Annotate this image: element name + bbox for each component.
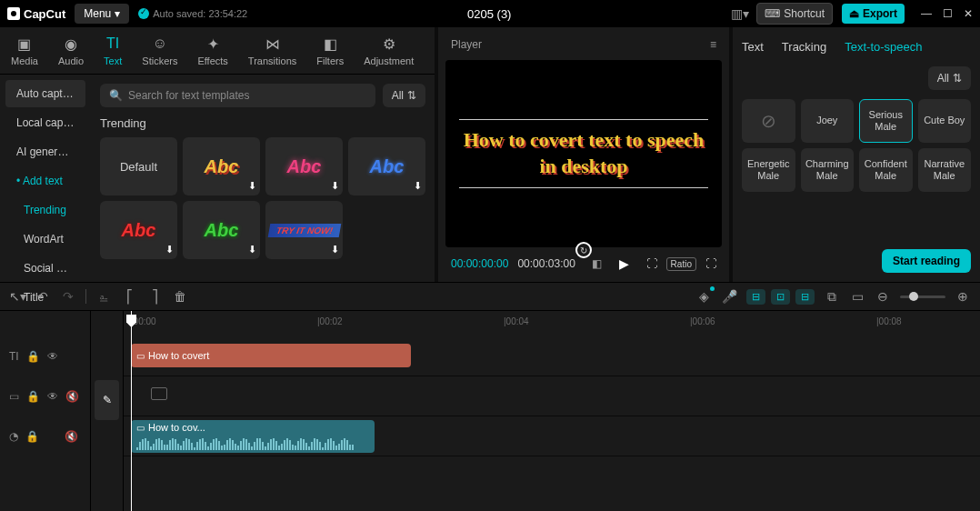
- download-icon[interactable]: ⬇: [414, 180, 422, 192]
- start-reading-button[interactable]: Start reading: [882, 249, 971, 273]
- text-track[interactable]: ▭ How to covert: [124, 336, 980, 376]
- layout-icon[interactable]: ▥▾: [731, 6, 747, 21]
- eye-icon[interactable]: 👁: [47, 350, 58, 363]
- download-icon[interactable]: ⬇: [248, 244, 256, 256]
- zoom-in-icon[interactable]: ⊕: [955, 289, 971, 304]
- template-item[interactable]: Abc⬇: [183, 201, 260, 259]
- timeline-ruler[interactable]: |00:00|00:02|00:04|00:06|00:08: [124, 311, 980, 336]
- inspector-tab[interactable]: Text: [742, 40, 764, 54]
- snap-center-button[interactable]: ⊡: [771, 289, 790, 305]
- delete-icon[interactable]: 🗑: [172, 289, 188, 304]
- mic-icon[interactable]: 🎤: [721, 289, 737, 304]
- asset-tab-text[interactable]: TIText: [100, 33, 125, 68]
- sidebar-item[interactable]: Add text: [5, 167, 85, 195]
- close-button[interactable]: ✕: [964, 7, 973, 20]
- sidebar-item[interactable]: WordArt: [5, 225, 85, 253]
- minimize-button[interactable]: —: [921, 7, 932, 20]
- audio-clip[interactable]: ▭ How to cov...: [131, 420, 375, 453]
- video-track[interactable]: [124, 376, 980, 416]
- voice-option[interactable]: Charming Male: [801, 148, 855, 192]
- shortcut-button[interactable]: ⌨ Shortcut: [756, 3, 833, 25]
- trim-right-icon[interactable]: ⎤: [146, 289, 163, 304]
- play-button[interactable]: ▶: [619, 256, 629, 271]
- link-icon[interactable]: ⧉: [824, 289, 840, 305]
- template-item[interactable]: Abc⬇: [348, 137, 425, 195]
- lock-icon[interactable]: 🔒: [26, 390, 40, 403]
- asset-tab-stickers[interactable]: ☺Stickers: [138, 33, 181, 68]
- lock-icon[interactable]: 🔒: [25, 430, 39, 443]
- search-input[interactable]: 🔍 Search for text templates: [100, 84, 375, 107]
- download-icon[interactable]: ⬇: [331, 244, 339, 256]
- effects-icon[interactable]: ◈: [695, 289, 712, 304]
- asset-tab-effects[interactable]: ✦Effects: [194, 33, 231, 68]
- download-icon[interactable]: ⬇: [248, 180, 256, 192]
- lock-icon[interactable]: 🔒: [26, 350, 40, 363]
- sidebar-item[interactable]: Social media: [5, 255, 85, 282]
- asset-tab-adjustment[interactable]: ⚙Adjustment: [360, 33, 417, 68]
- audio-track[interactable]: ▭ How to cov...: [124, 416, 980, 456]
- track-edit-3[interactable]: [91, 424, 123, 464]
- track-edit-2[interactable]: ✎: [95, 380, 119, 420]
- filter-button[interactable]: All ⇅: [383, 84, 425, 107]
- voice-option[interactable]: Energetic Male: [742, 148, 795, 192]
- template-item[interactable]: Abc⬇: [183, 137, 260, 195]
- export-button[interactable]: ⏏ Export: [842, 4, 905, 24]
- volume-icon[interactable]: ◧: [592, 257, 602, 270]
- fullscreen-icon[interactable]: ⛶: [705, 257, 716, 270]
- inspector-tab[interactable]: Text-to-speech: [845, 40, 922, 54]
- redo-button[interactable]: ↷: [60, 289, 76, 304]
- asset-tab-filters[interactable]: ◧Filters: [313, 33, 347, 68]
- video-placeholder[interactable]: [151, 387, 167, 400]
- crop-icon[interactable]: ⛶: [646, 257, 657, 270]
- sidebar-item[interactable]: Trending: [5, 196, 85, 224]
- asset-tab-transitions[interactable]: ⋈Transitions: [245, 33, 300, 68]
- preview-textbox[interactable]: How to covert text to speech in desktop: [459, 119, 708, 187]
- asset-tab-media[interactable]: ▣Media: [7, 33, 42, 68]
- player-menu-icon[interactable]: ≡: [710, 38, 716, 51]
- template-item[interactable]: Abc⬇: [100, 201, 177, 259]
- zoom-out-icon[interactable]: ⊖: [875, 289, 891, 304]
- ratio-button[interactable]: Ratio: [666, 257, 696, 271]
- filter-icon: ⇅: [953, 72, 962, 85]
- autosave-text: Auto saved: 23:54:22: [153, 8, 247, 19]
- split-icon[interactable]: ⎁: [95, 289, 112, 304]
- player-title: Player: [451, 38, 482, 51]
- download-icon[interactable]: ⬇: [331, 180, 339, 192]
- voice-option[interactable]: Narrative Male: [918, 148, 972, 192]
- text-clip[interactable]: ▭ How to covert: [131, 344, 411, 367]
- preview-icon[interactable]: ▭: [849, 289, 865, 304]
- zoom-slider[interactable]: [900, 296, 945, 298]
- undo-button[interactable]: ↶: [35, 289, 51, 304]
- audio-icon: ◉: [62, 35, 80, 53]
- template-item[interactable]: TRY IT NOW!⬇: [265, 201, 343, 259]
- asset-tab-audio[interactable]: ◉Audio: [55, 33, 87, 68]
- cursor-tool-icon[interactable]: ↖▾: [9, 289, 25, 304]
- timeline-toolbar-left: ↖▾ ↶ ↷ ⎁ ⎡ ⎤ 🗑: [9, 289, 188, 304]
- timeline-main[interactable]: |00:00|00:02|00:04|00:06|00:08 ▭ How to …: [124, 311, 980, 511]
- player-preview[interactable]: How to covert text to speech in desktop …: [445, 60, 722, 247]
- voice-option[interactable]: Joey: [801, 99, 855, 143]
- text-clip-label: How to covert: [148, 350, 209, 361]
- trim-left-icon[interactable]: ⎡: [121, 289, 137, 304]
- sidebar-item[interactable]: AI generated: [5, 138, 85, 165]
- snap-left-button[interactable]: ⊟: [746, 289, 765, 305]
- template-item[interactable]: Default: [100, 137, 177, 195]
- eye-icon[interactable]: 👁: [47, 390, 58, 403]
- template-item[interactable]: Abc⬇: [265, 137, 343, 195]
- menu-button[interactable]: Menu ▾: [75, 4, 129, 24]
- playhead[interactable]: [131, 311, 132, 511]
- download-icon[interactable]: ⬇: [165, 244, 174, 256]
- sidebar-item[interactable]: Local capti...: [5, 109, 85, 136]
- voice-filter-button[interactable]: All ⇅: [928, 66, 971, 90]
- voice-option[interactable]: Confident Male: [859, 148, 913, 192]
- track-edit-1[interactable]: [91, 336, 123, 376]
- maximize-button[interactable]: ☐: [943, 7, 953, 20]
- voice-option[interactable]: Cute Boy: [918, 99, 972, 143]
- voice-none[interactable]: ⊘: [742, 99, 795, 143]
- voice-option[interactable]: Serious Male: [859, 99, 913, 143]
- inspector-tab[interactable]: Tracking: [782, 40, 826, 54]
- sidebar-item[interactable]: Auto captio...: [5, 80, 85, 107]
- snap-right-button[interactable]: ⊟: [795, 289, 815, 305]
- mute-icon[interactable]: 🔇: [65, 430, 78, 443]
- mute-icon[interactable]: 🔇: [65, 390, 79, 403]
